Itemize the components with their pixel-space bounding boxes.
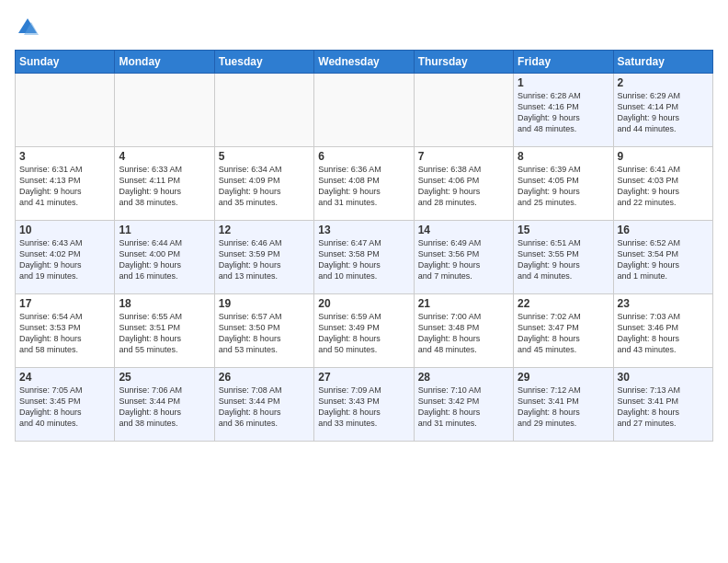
day-info: Sunrise: 6:47 AM Sunset: 3:58 PM Dayligh… [318,237,409,282]
page-container: SundayMondayTuesdayWednesdayThursdayFrid… [0,0,728,449]
calendar-cell [16,74,115,147]
day-number: 17 [19,297,110,310]
day-number: 8 [518,150,609,163]
calendar-cell: 10Sunrise: 6:43 AM Sunset: 4:02 PM Dayli… [16,221,115,294]
calendar-cell: 13Sunrise: 6:47 AM Sunset: 3:58 PM Dayli… [314,221,414,294]
day-info: Sunrise: 6:28 AM Sunset: 4:16 PM Dayligh… [518,90,609,135]
day-info: Sunrise: 6:36 AM Sunset: 4:08 PM Dayligh… [318,164,409,209]
day-number: 20 [318,297,409,310]
calendar-cell: 7Sunrise: 6:38 AM Sunset: 4:06 PM Daylig… [414,147,513,221]
calendar-week-row: 24Sunrise: 7:05 AM Sunset: 3:45 PM Dayli… [16,368,713,442]
day-info: Sunrise: 7:08 AM Sunset: 3:44 PM Dayligh… [219,385,310,430]
calendar-week-row: 3Sunrise: 6:31 AM Sunset: 4:13 PM Daylig… [16,147,713,221]
day-info: Sunrise: 6:59 AM Sunset: 3:49 PM Dayligh… [318,311,409,356]
day-info: Sunrise: 7:02 AM Sunset: 3:47 PM Dayligh… [518,311,609,356]
day-info: Sunrise: 6:29 AM Sunset: 4:14 PM Dayligh… [618,90,709,135]
day-info: Sunrise: 6:41 AM Sunset: 4:03 PM Dayligh… [618,164,709,209]
calendar-cell: 5Sunrise: 6:34 AM Sunset: 4:09 PM Daylig… [214,147,313,221]
calendar-cell: 22Sunrise: 7:02 AM Sunset: 3:47 PM Dayli… [514,294,613,368]
day-number: 10 [19,224,110,236]
calendar-cell: 30Sunrise: 7:13 AM Sunset: 3:41 PM Dayli… [613,368,712,442]
day-number: 23 [618,297,709,310]
calendar-cell: 4Sunrise: 6:33 AM Sunset: 4:11 PM Daylig… [115,147,214,221]
calendar-cell: 23Sunrise: 7:03 AM Sunset: 3:46 PM Dayli… [613,294,712,368]
day-info: Sunrise: 7:03 AM Sunset: 3:46 PM Dayligh… [618,311,709,356]
day-number: 15 [518,224,609,236]
calendar-header-row: SundayMondayTuesdayWednesdayThursdayFrid… [16,51,713,74]
day-number: 2 [618,76,709,89]
calendar-cell: 17Sunrise: 6:54 AM Sunset: 3:53 PM Dayli… [16,294,115,368]
day-number: 22 [518,297,609,310]
calendar-cell: 21Sunrise: 7:00 AM Sunset: 3:48 PM Dayli… [414,294,513,368]
day-info: Sunrise: 7:06 AM Sunset: 3:44 PM Dayligh… [119,385,210,430]
calendar-cell: 9Sunrise: 6:41 AM Sunset: 4:03 PM Daylig… [613,147,712,221]
day-number: 21 [418,297,509,310]
day-number: 6 [318,150,409,163]
logo [15,15,44,40]
day-number: 29 [518,371,609,384]
day-info: Sunrise: 6:54 AM Sunset: 3:53 PM Dayligh… [19,311,110,356]
day-number: 9 [618,150,709,163]
calendar-table: SundayMondayTuesdayWednesdayThursdayFrid… [15,50,713,442]
day-number: 13 [318,224,409,236]
day-number: 11 [119,224,210,236]
day-info: Sunrise: 7:00 AM Sunset: 3:48 PM Dayligh… [418,311,509,356]
day-info: Sunrise: 6:31 AM Sunset: 4:13 PM Dayligh… [19,164,110,209]
day-number: 4 [119,150,210,163]
calendar-cell [214,74,313,147]
calendar-cell: 16Sunrise: 6:52 AM Sunset: 3:54 PM Dayli… [613,221,712,294]
calendar-cell [414,74,513,147]
column-header-monday: Monday [115,51,214,74]
calendar-cell [115,74,214,147]
column-header-thursday: Thursday [414,51,513,74]
page-header [15,15,713,40]
column-header-tuesday: Tuesday [214,51,313,74]
calendar-cell: 28Sunrise: 7:10 AM Sunset: 3:42 PM Dayli… [414,368,513,442]
day-info: Sunrise: 6:49 AM Sunset: 3:56 PM Dayligh… [418,237,509,282]
day-info: Sunrise: 6:46 AM Sunset: 3:59 PM Dayligh… [219,237,310,282]
day-number: 7 [418,150,509,163]
column-header-friday: Friday [514,51,613,74]
day-info: Sunrise: 6:55 AM Sunset: 3:51 PM Dayligh… [119,311,210,356]
day-number: 19 [219,297,310,310]
day-number: 24 [19,371,110,384]
day-number: 1 [518,76,609,89]
column-header-saturday: Saturday [613,51,712,74]
day-info: Sunrise: 7:12 AM Sunset: 3:41 PM Dayligh… [518,385,609,430]
calendar-cell: 20Sunrise: 6:59 AM Sunset: 3:49 PM Dayli… [314,294,414,368]
calendar-cell: 12Sunrise: 6:46 AM Sunset: 3:59 PM Dayli… [214,221,313,294]
calendar-cell: 8Sunrise: 6:39 AM Sunset: 4:05 PM Daylig… [514,147,613,221]
day-number: 26 [219,371,310,384]
calendar-cell: 24Sunrise: 7:05 AM Sunset: 3:45 PM Dayli… [16,368,115,442]
day-number: 16 [618,224,709,236]
calendar-cell: 27Sunrise: 7:09 AM Sunset: 3:43 PM Dayli… [314,368,414,442]
calendar-week-row: 17Sunrise: 6:54 AM Sunset: 3:53 PM Dayli… [16,294,713,368]
day-number: 14 [418,224,509,236]
day-info: Sunrise: 6:57 AM Sunset: 3:50 PM Dayligh… [219,311,310,356]
calendar-cell: 6Sunrise: 6:36 AM Sunset: 4:08 PM Daylig… [314,147,414,221]
calendar-week-row: 1Sunrise: 6:28 AM Sunset: 4:16 PM Daylig… [16,74,713,147]
day-info: Sunrise: 6:44 AM Sunset: 4:00 PM Dayligh… [119,237,210,282]
column-header-sunday: Sunday [16,51,115,74]
calendar-cell: 14Sunrise: 6:49 AM Sunset: 3:56 PM Dayli… [414,221,513,294]
day-info: Sunrise: 7:10 AM Sunset: 3:42 PM Dayligh… [418,385,509,430]
day-info: Sunrise: 6:39 AM Sunset: 4:05 PM Dayligh… [518,164,609,209]
day-number: 30 [618,371,709,384]
day-info: Sunrise: 6:43 AM Sunset: 4:02 PM Dayligh… [19,237,110,282]
calendar-cell: 19Sunrise: 6:57 AM Sunset: 3:50 PM Dayli… [214,294,313,368]
day-number: 27 [318,371,409,384]
day-number: 25 [119,371,210,384]
day-number: 3 [19,150,110,163]
logo-icon [15,15,40,40]
column-header-wednesday: Wednesday [314,51,414,74]
calendar-cell: 3Sunrise: 6:31 AM Sunset: 4:13 PM Daylig… [16,147,115,221]
day-number: 5 [219,150,310,163]
calendar-cell: 25Sunrise: 7:06 AM Sunset: 3:44 PM Dayli… [115,368,214,442]
day-number: 28 [418,371,509,384]
calendar-cell: 18Sunrise: 6:55 AM Sunset: 3:51 PM Dayli… [115,294,214,368]
day-info: Sunrise: 6:34 AM Sunset: 4:09 PM Dayligh… [219,164,310,209]
day-info: Sunrise: 7:05 AM Sunset: 3:45 PM Dayligh… [19,385,110,430]
calendar-cell: 2Sunrise: 6:29 AM Sunset: 4:14 PM Daylig… [613,74,712,147]
day-info: Sunrise: 6:38 AM Sunset: 4:06 PM Dayligh… [418,164,509,209]
day-info: Sunrise: 7:09 AM Sunset: 3:43 PM Dayligh… [318,385,409,430]
